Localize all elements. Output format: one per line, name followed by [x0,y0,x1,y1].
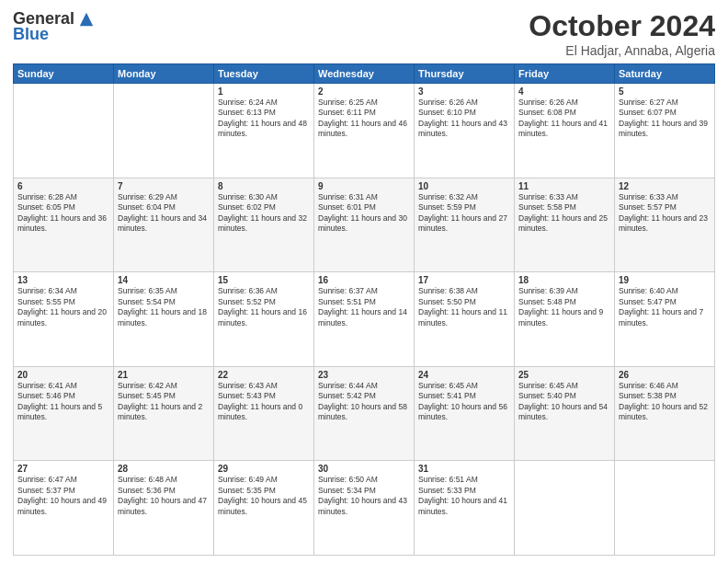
day-number: 3 [418,86,510,97]
day-number: 14 [118,275,210,285]
day-cell: 16 Sunrise: 6:37 AMSunset: 5:51 PMDaylig… [314,272,415,367]
header-wednesday: Wednesday [314,64,415,84]
weekday-header-row: Sunday Monday Tuesday Wednesday Thursday… [14,64,715,84]
day-cell: 6 Sunrise: 6:28 AMSunset: 6:05 PMDayligh… [14,178,114,272]
day-cell: 28 Sunrise: 6:48 AMSunset: 5:36 PMDaylig… [114,461,214,556]
day-number: 22 [218,370,310,380]
day-cell: 15 Sunrise: 6:36 AMSunset: 5:52 PMDaylig… [214,272,314,367]
page: General Blue October 2024 El Hadjar, Ann… [0,0,728,563]
day-info: Sunrise: 6:45 AMSunset: 5:41 PMDaylight:… [418,381,510,423]
day-cell: 24 Sunrise: 6:45 AMSunset: 5:41 PMDaylig… [415,366,515,461]
day-info: Sunrise: 6:26 AMSunset: 6:10 PMDaylight:… [418,98,510,140]
day-info: Sunrise: 6:35 AMSunset: 5:54 PMDaylight:… [118,286,210,328]
header-friday: Friday [515,64,615,84]
day-info: Sunrise: 6:26 AMSunset: 6:08 PMDaylight:… [518,98,610,140]
day-cell: 21 Sunrise: 6:42 AMSunset: 5:45 PMDaylig… [114,366,214,461]
day-number: 12 [619,181,711,191]
day-cell: 11 Sunrise: 6:33 AMSunset: 5:58 PMDaylig… [515,178,615,272]
day-info: Sunrise: 6:32 AMSunset: 5:59 PMDaylight:… [418,192,510,235]
day-cell: 27 Sunrise: 6:47 AMSunset: 5:37 PMDaylig… [14,461,114,556]
day-cell: 20 Sunrise: 6:41 AMSunset: 5:46 PMDaylig… [14,366,114,461]
day-cell: 13 Sunrise: 6:34 AMSunset: 5:55 PMDaylig… [14,272,114,367]
header-tuesday: Tuesday [214,64,314,84]
header: General Blue October 2024 El Hadjar, Ann… [13,9,715,58]
day-cell: 25 Sunrise: 6:45 AMSunset: 5:40 PMDaylig… [515,366,615,461]
day-cell: 9 Sunrise: 6:31 AMSunset: 6:01 PMDayligh… [314,178,415,272]
day-info: Sunrise: 6:28 AMSunset: 6:05 PMDaylight:… [17,192,109,235]
day-number: 23 [318,370,410,380]
day-info: Sunrise: 6:31 AMSunset: 6:01 PMDaylight:… [318,192,410,235]
day-info: Sunrise: 6:33 AMSunset: 5:57 PMDaylight:… [619,192,711,235]
day-number: 25 [518,370,610,380]
day-cell [615,461,715,556]
day-number: 8 [218,181,310,191]
day-info: Sunrise: 6:51 AMSunset: 5:33 PMDaylight:… [418,475,510,517]
day-cell: 22 Sunrise: 6:43 AMSunset: 5:43 PMDaylig… [214,366,314,461]
title-block: October 2024 El Hadjar, Annaba, Algeria [529,9,715,58]
day-cell: 14 Sunrise: 6:35 AMSunset: 5:54 PMDaylig… [114,272,214,367]
day-info: Sunrise: 6:38 AMSunset: 5:50 PMDaylight:… [418,286,510,328]
day-number: 6 [17,181,109,191]
day-info: Sunrise: 6:47 AMSunset: 5:37 PMDaylight:… [17,475,109,517]
day-cell: 23 Sunrise: 6:44 AMSunset: 5:42 PMDaylig… [314,366,415,461]
day-info: Sunrise: 6:30 AMSunset: 6:02 PMDaylight:… [218,192,310,235]
day-number: 26 [619,370,711,380]
calendar-table: Sunday Monday Tuesday Wednesday Thursday… [13,63,715,556]
day-info: Sunrise: 6:25 AMSunset: 6:11 PMDaylight:… [318,98,410,140]
day-number: 27 [17,464,109,474]
week-row-4: 20 Sunrise: 6:41 AMSunset: 5:46 PMDaylig… [14,366,715,461]
day-cell: 17 Sunrise: 6:38 AMSunset: 5:50 PMDaylig… [415,272,515,367]
day-number: 30 [318,464,410,474]
day-cell: 2 Sunrise: 6:25 AMSunset: 6:11 PMDayligh… [314,84,415,178]
day-cell: 8 Sunrise: 6:30 AMSunset: 6:02 PMDayligh… [214,178,314,272]
day-info: Sunrise: 6:45 AMSunset: 5:40 PMDaylight:… [518,381,610,423]
day-number: 21 [118,370,210,380]
day-number: 1 [218,86,310,97]
day-info: Sunrise: 6:46 AMSunset: 5:38 PMDaylight:… [619,381,711,423]
day-number: 16 [318,275,410,285]
day-number: 4 [518,86,610,97]
day-cell: 12 Sunrise: 6:33 AMSunset: 5:57 PMDaylig… [615,178,715,272]
day-cell [14,84,114,178]
day-info: Sunrise: 6:43 AMSunset: 5:43 PMDaylight:… [218,381,310,423]
svg-marker-0 [80,12,93,25]
day-info: Sunrise: 6:29 AMSunset: 6:04 PMDaylight:… [118,192,210,235]
day-number: 9 [318,181,410,191]
day-info: Sunrise: 6:37 AMSunset: 5:51 PMDaylight:… [318,286,410,328]
day-info: Sunrise: 6:33 AMSunset: 5:58 PMDaylight:… [518,192,610,235]
header-thursday: Thursday [415,64,515,84]
week-row-3: 13 Sunrise: 6:34 AMSunset: 5:55 PMDaylig… [14,272,715,367]
day-cell: 1 Sunrise: 6:24 AMSunset: 6:13 PMDayligh… [214,84,314,178]
day-info: Sunrise: 6:24 AMSunset: 6:13 PMDaylight:… [218,98,310,140]
day-number: 24 [418,370,510,380]
logo-icon [78,11,95,28]
day-number: 29 [218,464,310,474]
day-info: Sunrise: 6:48 AMSunset: 5:36 PMDaylight:… [118,475,210,517]
day-info: Sunrise: 6:50 AMSunset: 5:34 PMDaylight:… [318,475,410,517]
day-number: 2 [318,86,410,97]
day-info: Sunrise: 6:34 AMSunset: 5:55 PMDaylight:… [17,286,109,328]
header-monday: Monday [114,64,214,84]
day-number: 17 [418,275,510,285]
day-number: 28 [118,464,210,474]
day-info: Sunrise: 6:39 AMSunset: 5:48 PMDaylight:… [518,286,610,328]
day-info: Sunrise: 6:49 AMSunset: 5:35 PMDaylight:… [218,475,310,517]
day-info: Sunrise: 6:27 AMSunset: 6:07 PMDaylight:… [619,98,711,140]
day-info: Sunrise: 6:42 AMSunset: 5:45 PMDaylight:… [118,381,210,423]
day-cell: 26 Sunrise: 6:46 AMSunset: 5:38 PMDaylig… [615,366,715,461]
day-cell: 5 Sunrise: 6:27 AMSunset: 6:07 PMDayligh… [615,84,715,178]
day-number: 31 [418,464,510,474]
day-cell: 7 Sunrise: 6:29 AMSunset: 6:04 PMDayligh… [114,178,214,272]
day-cell: 4 Sunrise: 6:26 AMSunset: 6:08 PMDayligh… [515,84,615,178]
week-row-1: 1 Sunrise: 6:24 AMSunset: 6:13 PMDayligh… [14,84,715,178]
day-info: Sunrise: 6:40 AMSunset: 5:47 PMDaylight:… [619,286,711,328]
day-cell [114,84,214,178]
day-cell [515,461,615,556]
day-number: 13 [17,275,109,285]
day-number: 5 [619,86,711,97]
day-info: Sunrise: 6:41 AMSunset: 5:46 PMDaylight:… [17,381,109,423]
location-subtitle: El Hadjar, Annaba, Algeria [529,43,715,58]
day-cell: 18 Sunrise: 6:39 AMSunset: 5:48 PMDaylig… [515,272,615,367]
day-cell: 29 Sunrise: 6:49 AMSunset: 5:35 PMDaylig… [214,461,314,556]
header-sunday: Sunday [14,64,114,84]
